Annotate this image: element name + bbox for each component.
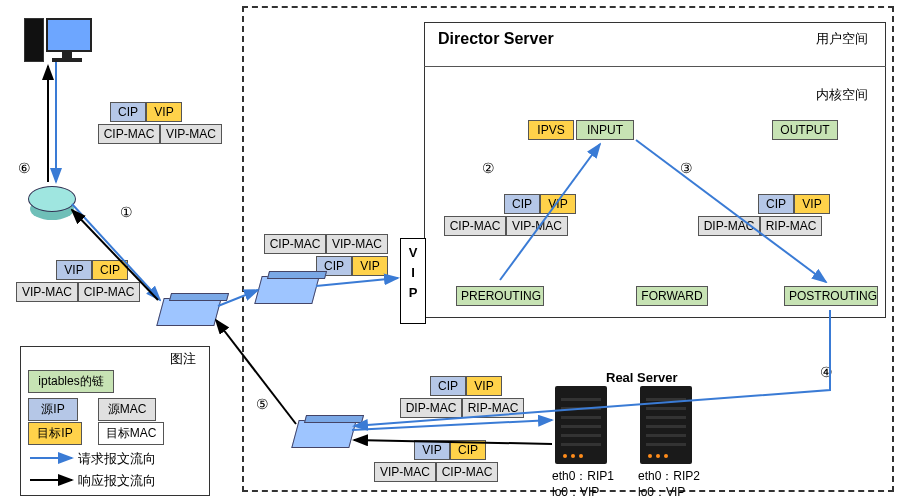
svg-line-9 <box>72 210 158 300</box>
arrows-layer <box>0 0 901 504</box>
svg-line-2 <box>218 290 258 306</box>
svg-line-4 <box>500 144 600 280</box>
svg-line-6 <box>352 420 552 430</box>
svg-line-3 <box>316 278 398 286</box>
svg-line-1 <box>72 204 160 300</box>
svg-line-7 <box>354 440 552 444</box>
svg-line-5 <box>636 140 826 282</box>
svg-line-8 <box>216 320 296 424</box>
